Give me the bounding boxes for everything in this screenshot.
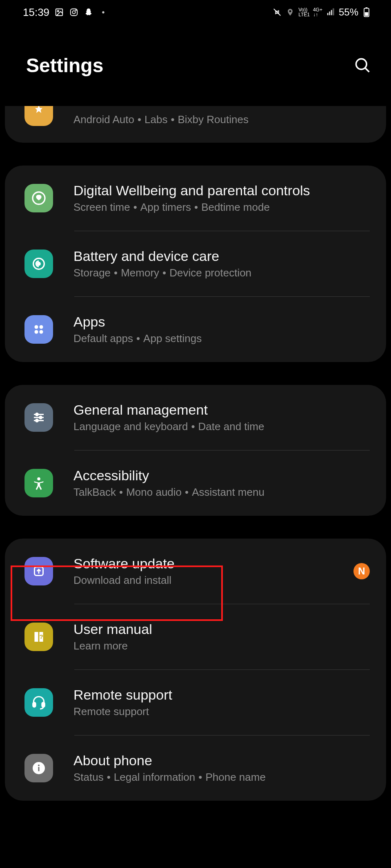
svg-rect-6 — [366, 7, 368, 8]
settings-header: Settings — [0, 24, 391, 106]
notification-badge: N — [353, 563, 370, 579]
page-title: Settings — [26, 54, 103, 77]
settings-group-system: Software update Download and install N ?… — [5, 539, 386, 801]
signal-icon — [326, 7, 335, 17]
wellbeing-title: Digital Wellbeing and parental controls — [73, 183, 370, 199]
apps-icon — [24, 315, 53, 344]
battery-icon — [362, 7, 371, 17]
svg-rect-29 — [38, 767, 40, 771]
battery-percent: 55% — [339, 7, 358, 18]
settings-item-about-phone[interactable]: About phone Status•Legal information•Pho… — [5, 735, 386, 801]
general-management-icon — [24, 403, 53, 432]
svg-point-12 — [38, 263, 40, 265]
svg-point-4 — [76, 10, 76, 11]
settings-item-accessibility[interactable]: Accessibility TalkBack•Mono audio•Assist… — [5, 451, 386, 516]
search-button[interactable] — [353, 56, 371, 74]
svg-point-16 — [40, 330, 43, 334]
settings-item-remote-support[interactable]: Remote support Remote support — [5, 670, 386, 735]
settings-item-general-management[interactable]: General management Language and keyboard… — [5, 385, 386, 450]
status-time: 15:39 — [23, 6, 49, 19]
accessibility-icon — [24, 469, 53, 497]
settings-item-apps[interactable]: Apps Default apps•App settings — [5, 297, 386, 362]
settings-group-device: Digital Wellbeing and parental controls … — [5, 166, 386, 362]
user-manual-icon: ? — [24, 623, 53, 651]
gallery-icon — [54, 7, 64, 17]
apps-title: Apps — [73, 314, 370, 330]
location-icon — [285, 7, 295, 17]
battery-care-icon — [24, 250, 53, 278]
software-update-title: Software update — [73, 556, 349, 572]
volte-indicator: Vo))LTE1 — [298, 7, 310, 17]
svg-point-22 — [36, 420, 38, 422]
software-update-subtitle: Download and install — [73, 574, 349, 587]
status-bar: 15:39 • Vo))LTE1 4G+↓↑ 55% — [0, 0, 391, 24]
software-update-icon — [24, 557, 53, 585]
about-phone-subtitle: Status•Legal information•Phone name — [73, 771, 370, 784]
battery-care-subtitle: Storage•Memory•Device protection — [73, 267, 370, 279]
general-management-subtitle: Language and keyboard•Date and time — [73, 420, 370, 433]
accessibility-title: Accessibility — [73, 468, 370, 484]
svg-rect-27 — [42, 702, 44, 707]
instagram-icon — [69, 7, 79, 17]
svg-point-3 — [72, 11, 75, 13]
svg-point-14 — [40, 325, 43, 329]
settings-item-battery-care[interactable]: Battery and device care Storage•Memory•D… — [5, 231, 386, 296]
battery-care-title: Battery and device care — [73, 248, 370, 264]
vibrate-icon — [272, 7, 282, 17]
settings-group-advanced: Android Auto•Labs•Bixby Routines — [5, 106, 386, 143]
settings-item-software-update[interactable]: Software update Download and install N — [5, 539, 386, 604]
svg-point-21 — [40, 416, 42, 419]
settings-item-advanced-features[interactable]: Android Auto•Labs•Bixby Routines — [5, 106, 386, 143]
svg-point-30 — [38, 764, 40, 766]
svg-rect-26 — [33, 702, 36, 707]
svg-point-1 — [57, 10, 59, 12]
dot-icon: • — [98, 7, 108, 17]
advanced-features-subtitle: Android Auto•Labs•Bixby Routines — [73, 113, 370, 126]
advanced-features-icon — [24, 106, 53, 126]
svg-point-15 — [35, 330, 38, 334]
network-indicator: 4G+↓↑ — [313, 7, 322, 17]
svg-text:?: ? — [39, 633, 43, 640]
svg-point-23 — [37, 477, 40, 481]
remote-support-subtitle: Remote support — [73, 705, 370, 718]
svg-point-13 — [35, 325, 38, 329]
settings-item-user-manual[interactable]: ? User manual Learn more — [5, 604, 386, 669]
user-manual-title: User manual — [73, 621, 370, 637]
settings-item-digital-wellbeing[interactable]: Digital Wellbeing and parental controls … — [5, 166, 386, 231]
wellbeing-subtitle: Screen time•App timers•Bedtime mode — [73, 201, 370, 214]
svg-rect-7 — [365, 12, 368, 16]
svg-point-20 — [36, 413, 38, 416]
snapchat-icon — [84, 7, 93, 17]
apps-subtitle: Default apps•App settings — [73, 332, 370, 345]
about-phone-icon — [24, 754, 53, 782]
svg-line-9 — [365, 68, 369, 72]
user-manual-subtitle: Learn more — [73, 640, 370, 652]
accessibility-subtitle: TalkBack•Mono audio•Assistant menu — [73, 486, 370, 499]
remote-support-icon — [24, 688, 53, 717]
wellbeing-icon — [24, 184, 53, 212]
svg-point-8 — [356, 59, 367, 69]
about-phone-title: About phone — [73, 753, 370, 769]
settings-group-general: General management Language and keyboard… — [5, 385, 386, 516]
general-management-title: General management — [73, 402, 370, 418]
remote-support-title: Remote support — [73, 687, 370, 703]
